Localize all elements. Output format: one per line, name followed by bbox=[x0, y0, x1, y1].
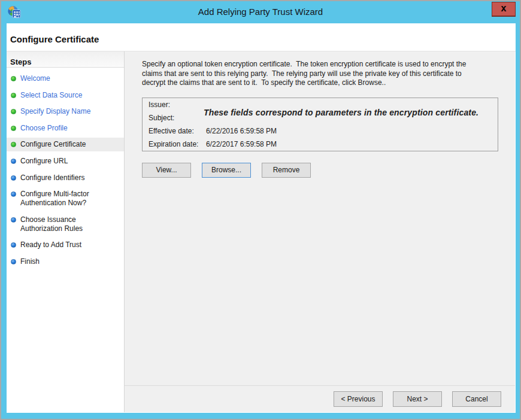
step-item-choose-issuance-authorization-rules: Choose Issuance Authorization Rules bbox=[7, 213, 124, 236]
step-label: Finish bbox=[20, 257, 40, 266]
certificate-fields: Issuer:Subject:Effective date:6/22/2016 … bbox=[149, 98, 492, 151]
step-label: Specify Display Name bbox=[20, 107, 90, 115]
field-label: Subject: bbox=[149, 111, 206, 124]
step-pending-dot-icon bbox=[11, 175, 16, 181]
step-label: Configure Multi-factor Authentication No… bbox=[20, 190, 89, 207]
step-label: Configure Certificate bbox=[20, 140, 86, 148]
step-pending-dot-icon bbox=[11, 159, 16, 164]
instruction-line: claims that are sent to this relying par… bbox=[142, 69, 500, 79]
window-title: Add Relying Party Trust Wizard bbox=[1, 7, 520, 17]
step-item-choose-profile[interactable]: Choose Profile bbox=[7, 121, 124, 135]
field-label: Expiration date: bbox=[149, 138, 206, 151]
step-completed-dot-icon bbox=[11, 109, 16, 114]
certificate-field-row: Expiration date:6/22/2017 6:59:58 PM bbox=[149, 138, 492, 151]
instruction-text: Specify an optional token encryption cer… bbox=[142, 60, 500, 88]
field-value: 6/22/2017 6:59:58 PM bbox=[206, 138, 492, 151]
steps-sidebar: Steps WelcomeSelect Data SourceSpecify D… bbox=[7, 51, 125, 412]
close-button[interactable]: x bbox=[492, 2, 516, 17]
step-label: Choose Issuance Authorization Rules bbox=[20, 215, 83, 233]
remove-button[interactable]: Remove bbox=[262, 163, 311, 178]
annotation-text: These fields correspond to parameters in… bbox=[204, 108, 478, 117]
step-pending-dot-icon bbox=[11, 242, 16, 248]
field-value: 6/22/2016 6:59:58 PM bbox=[206, 124, 492, 138]
view-button[interactable]: View... bbox=[142, 163, 191, 178]
step-label: Choose Profile bbox=[20, 124, 68, 132]
step-label: Welcome bbox=[20, 74, 50, 83]
certificate-buttons: View...Browse...Remove bbox=[142, 163, 500, 178]
step-item-finish: Finish bbox=[7, 255, 124, 269]
step-completed-dot-icon bbox=[11, 93, 16, 98]
client-area: Configure Certificate Steps WelcomeSelec… bbox=[7, 23, 516, 413]
step-label: Ready to Add Trust bbox=[20, 241, 81, 249]
wizard-window: Add Relying Party Trust Wizard x Configu… bbox=[0, 0, 521, 420]
footer-bar: < PreviousNext >Cancel bbox=[125, 385, 515, 412]
certificate-field-row: Effective date:6/22/2016 6:59:58 PM bbox=[149, 124, 492, 138]
page-header: Configure Certificate bbox=[7, 23, 516, 51]
step-completed-dot-icon bbox=[11, 126, 16, 131]
step-item-specify-display-name[interactable]: Specify Display Name bbox=[7, 105, 124, 118]
step-item-configure-url: Configure URL bbox=[7, 154, 124, 168]
step-pending-dot-icon bbox=[11, 259, 16, 264]
step-pending-dot-icon bbox=[11, 191, 16, 197]
step-pending-dot-icon bbox=[11, 217, 16, 223]
step-completed-dot-icon bbox=[11, 76, 16, 81]
field-label: Effective date: bbox=[149, 124, 206, 138]
content-panel: Specify an optional token encryption cer… bbox=[125, 51, 515, 412]
page-title: Configure Certificate bbox=[10, 34, 516, 44]
instruction-line: decrypt the claims that are sent to it. … bbox=[142, 78, 500, 88]
step-item-configure-identifiers: Configure Identifiers bbox=[7, 171, 124, 185]
cancel-button[interactable]: Cancel bbox=[452, 391, 501, 407]
title-bar: Add Relying Party Trust Wizard x bbox=[1, 1, 520, 23]
step-item-configure-certificate: Configure Certificate bbox=[7, 138, 124, 151]
step-completed-dot-icon bbox=[11, 142, 16, 147]
step-label: Configure URL bbox=[20, 157, 68, 165]
previous-button[interactable]: < Previous bbox=[334, 391, 383, 407]
certificate-group-box: Issuer:Subject:Effective date:6/22/2016 … bbox=[142, 98, 498, 151]
instruction-line: Specify an optional token encryption cer… bbox=[142, 60, 500, 69]
step-label: Configure Identifiers bbox=[20, 174, 84, 182]
step-item-select-data-source[interactable]: Select Data Source bbox=[7, 89, 124, 102]
field-label: Issuer: bbox=[149, 98, 206, 111]
next-button[interactable]: Next > bbox=[393, 391, 442, 407]
step-item-ready-to-add-trust: Ready to Add Trust bbox=[7, 238, 124, 252]
step-item-configure-multi-factor-authentication-now: Configure Multi-factor Authentication No… bbox=[7, 187, 124, 210]
steps-heading: Steps bbox=[7, 51, 124, 68]
step-item-welcome[interactable]: Welcome bbox=[7, 72, 124, 86]
step-label: Select Data Source bbox=[20, 91, 82, 99]
browse-button[interactable]: Browse... bbox=[202, 163, 251, 178]
steps-list: WelcomeSelect Data SourceSpecify Display… bbox=[7, 68, 124, 269]
